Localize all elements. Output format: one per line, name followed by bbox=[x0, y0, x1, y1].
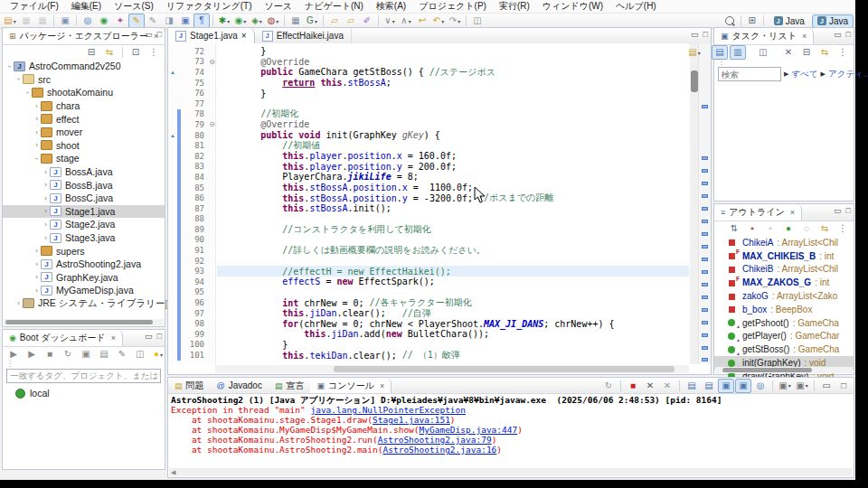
maximize-icon[interactable]: □ bbox=[846, 30, 851, 39]
menu-item-0[interactable]: ファイル(F) bbox=[4, 0, 65, 13]
dropdown-arrow-icon[interactable]: ▾ bbox=[227, 18, 230, 24]
occurrence-marker-icon[interactable] bbox=[702, 258, 708, 261]
format-icon[interactable]: ✎ bbox=[145, 14, 161, 28]
dropdown-arrow-icon[interactable]: ▾ bbox=[409, 18, 411, 24]
code-line-78[interactable]: 78 //初期化 bbox=[168, 109, 689, 120]
chevron-right-icon[interactable]: › bbox=[42, 207, 50, 215]
maximize-icon[interactable]: □ bbox=[157, 30, 162, 39]
boot-filter-input[interactable]: 一致するタグ、プロジェクト、またはワーキング・セ bbox=[6, 369, 161, 383]
chevron-down-icon[interactable]: › bbox=[33, 155, 41, 163]
editor-tab-effecthaikei.java[interactable]: JEffectHaikei.java bbox=[255, 28, 352, 43]
focus-workweek-icon[interactable]: ◫ bbox=[755, 45, 771, 60]
outline-item-getplayer-[interactable]: ▴getPlayer() : GameChar bbox=[714, 330, 854, 343]
remove-all-icon[interactable]: ✕ bbox=[659, 379, 675, 393]
chevron-right-icon[interactable]: › bbox=[33, 247, 41, 255]
properties-icon[interactable]: ▤ bbox=[96, 347, 112, 361]
code-line-74[interactable]: ▲74 public GameChara getStBoss() { //ステー… bbox=[168, 67, 689, 78]
open-console-icon[interactable]: ▣ bbox=[78, 347, 94, 361]
dropdown-arrow-icon[interactable]: ▾ bbox=[315, 18, 317, 24]
code-line-81[interactable]: 81 //初期値 bbox=[168, 140, 689, 151]
menu-item-5[interactable]: ナビゲート(N) bbox=[298, 0, 370, 13]
code-line-91[interactable]: 91 //詳しくは動画概要欄の説明をお読みください。 bbox=[168, 245, 689, 256]
menu-item-7[interactable]: プロジェクト(P) bbox=[412, 0, 493, 13]
occurrence-marker-icon[interactable] bbox=[702, 283, 708, 286]
code-line-98[interactable]: 98 for(chrNew = 0; chrNew < PlayerShoot.… bbox=[168, 318, 689, 329]
menu-item-2[interactable]: ソース(S) bbox=[108, 0, 160, 13]
code-line-101[interactable]: 101 this.tekiDan.clear(); // （1）敵弾 bbox=[168, 350, 689, 361]
tab-package-explorer[interactable]: ⊞ パッケージ・エクスプローラー × bbox=[3, 28, 165, 44]
dropdown-arrow-icon[interactable]: ▾ bbox=[458, 18, 460, 24]
tree-item-bossa-java[interactable]: ›JBossA.java bbox=[3, 165, 165, 179]
occurrence-marker-icon[interactable] bbox=[702, 346, 708, 350]
tree-item-graphkey-java[interactable]: ›JGraphKey.java bbox=[3, 271, 165, 285]
occurrence-marker-icon[interactable] bbox=[702, 308, 708, 312]
view-menu-icon[interactable]: ⋮ bbox=[835, 221, 851, 236]
dropdown-arrow-icon[interactable]: ▾ bbox=[392, 18, 395, 24]
collapse-all-icon[interactable]: ⊟ bbox=[83, 45, 99, 60]
scroll-left-icon[interactable]: ◀ bbox=[169, 469, 175, 476]
pin-editor-icon[interactable]: ◫ bbox=[469, 14, 486, 28]
open-project-icon[interactable]: ▱ bbox=[343, 14, 359, 28]
occurrence-marker-icon[interactable] bbox=[702, 105, 708, 108]
code-line-89[interactable]: 89 //コンストラクタを利用して初期化 bbox=[168, 224, 689, 235]
terminate-icon[interactable]: ■ bbox=[625, 379, 641, 393]
maximize-icon[interactable]: □ bbox=[157, 332, 162, 341]
stacktrace-link[interactable]: AstroShooting2.java:16 bbox=[383, 445, 497, 455]
close-icon[interactable]: × bbox=[802, 32, 807, 41]
coverage-icon[interactable]: ◈▾ bbox=[249, 14, 265, 28]
tree-item-supers[interactable]: ›supers bbox=[3, 244, 165, 258]
lightbulb-icon[interactable]: ●▾ bbox=[150, 347, 166, 361]
standard-streams-icon[interactable]: ◎ bbox=[752, 379, 769, 393]
highlighter-icon[interactable]: ✎ bbox=[128, 14, 145, 28]
view-menu-icon[interactable]: ⋮ bbox=[835, 45, 851, 60]
toolbar-overflow-icon[interactable]: ⋮ bbox=[3, 361, 165, 367]
maximize-icon[interactable]: □ bbox=[835, 379, 852, 393]
dropdown-arrow-icon[interactable]: ▾ bbox=[806, 382, 808, 389]
occurrence-marker-icon[interactable] bbox=[702, 232, 708, 236]
open-type-icon[interactable]: ✦ bbox=[112, 14, 128, 28]
sort-icon[interactable]: ⇅ bbox=[726, 221, 742, 236]
task-filter-link-1[interactable]: アクティ... bbox=[828, 69, 868, 80]
code-line-87[interactable]: 87 this.stBossA.init(); bbox=[168, 203, 689, 214]
tab-javadoc[interactable]: @Javadoc bbox=[211, 378, 269, 393]
dropdown-arrow-icon[interactable]: ▾ bbox=[276, 18, 278, 24]
back-icon[interactable]: ↶▾ bbox=[430, 14, 447, 28]
code-line-97[interactable]: 97 this.jiDan.clear(); //自弾 bbox=[168, 308, 689, 319]
occurrence-marker-icon[interactable] bbox=[702, 169, 708, 173]
coverage-g-icon[interactable]: G▾ bbox=[304, 14, 320, 28]
skip-breakpoints-icon[interactable]: ◎ bbox=[80, 14, 96, 28]
outline-item-b-box[interactable]: b_box : BeepBox bbox=[714, 303, 854, 316]
perspective-button-1[interactable]: JJava bbox=[812, 14, 854, 28]
editor-tab-stage1.java[interactable]: JStage1.java× bbox=[168, 28, 255, 43]
save-all-icon[interactable]: ▦ bbox=[34, 14, 51, 28]
occurrence-marker-icon[interactable] bbox=[702, 296, 708, 299]
hide-completed-icon[interactable]: ✕ bbox=[780, 45, 797, 60]
display-console-icon[interactable]: ▣▾ bbox=[777, 379, 793, 393]
outline-item-getstboss-[interactable]: ▴getStBoss() : GameCha bbox=[714, 343, 854, 356]
editor-horizontal-scrollbar[interactable] bbox=[215, 365, 689, 373]
collapse-all-icon[interactable]: ⊟ bbox=[798, 45, 815, 60]
prev-annotation-icon[interactable]: ∧▾ bbox=[398, 14, 414, 28]
chevron-right-icon[interactable]: › bbox=[33, 273, 41, 281]
boot-item-local[interactable]: local bbox=[3, 385, 165, 399]
code-line-79[interactable]: 79⊖ @Override bbox=[168, 119, 689, 130]
tab-outline[interactable]: ≡ アウトライン × bbox=[714, 204, 802, 221]
occurrence-marker-icon[interactable] bbox=[702, 207, 708, 211]
menu-item-3[interactable]: リファクタリング(T) bbox=[160, 0, 259, 13]
open-console-icon[interactable]: ▣▾ bbox=[794, 379, 810, 393]
close-icon[interactable]: × bbox=[380, 381, 384, 390]
run-last-icon[interactable]: ◉ bbox=[96, 14, 112, 28]
next-annotation-icon[interactable]: ∨▾ bbox=[382, 14, 398, 28]
task-search-input[interactable] bbox=[718, 67, 781, 81]
outline-item-chikeib[interactable]: ChikeiB : ArrayList<Chil bbox=[714, 263, 854, 277]
dropdown-arrow-icon[interactable]: ▾ bbox=[160, 352, 163, 358]
tree-item-stage2-java[interactable]: ›JStage2.java bbox=[3, 218, 165, 231]
chevron-right-icon[interactable]: › bbox=[33, 115, 41, 123]
occurrence-marker-icon[interactable] bbox=[702, 182, 708, 185]
code-line-86[interactable]: 86 this.stBossA.position.y = -3200.0f; /… bbox=[168, 192, 689, 203]
maximize-icon[interactable]: □ bbox=[703, 30, 708, 39]
chevron-down-icon[interactable]: › bbox=[24, 89, 32, 97]
chevron-right-icon[interactable]: › bbox=[33, 128, 41, 136]
minimize-icon[interactable]: ▭ bbox=[691, 30, 699, 39]
clear-console-icon[interactable]: ▤ bbox=[701, 379, 717, 393]
